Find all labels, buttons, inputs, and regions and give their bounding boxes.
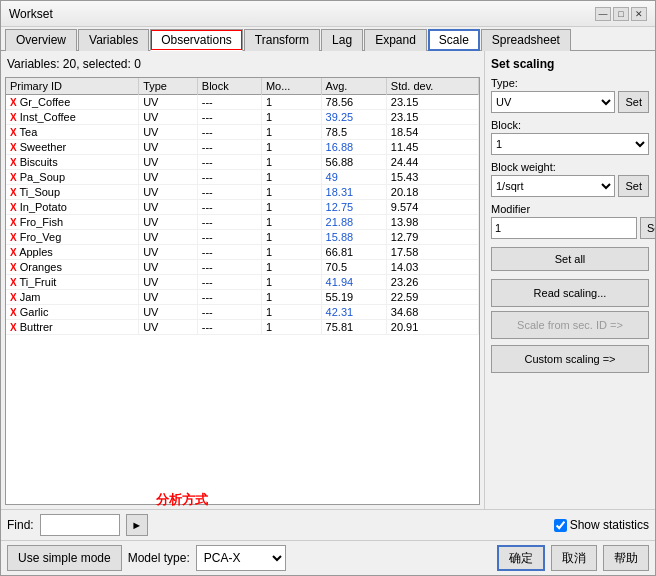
tab-observations[interactable]: Observations [150, 29, 243, 51]
set-block-button[interactable]: Set [618, 175, 649, 197]
cell-std: 15.43 [386, 170, 478, 185]
table-row[interactable]: X Ti_Fruit UV --- 1 41.94 23.26 [6, 275, 479, 290]
cell-id: X Buttrer [6, 320, 139, 335]
cell-avg: 18.31 [321, 185, 386, 200]
cell-mo: 1 [261, 140, 321, 155]
table-row[interactable]: X Tea UV --- 1 78.5 18.54 [6, 125, 479, 140]
tab-spreadsheet[interactable]: Spreadsheet [481, 29, 571, 51]
cell-type: UV [139, 200, 198, 215]
tab-lag[interactable]: Lag [321, 29, 363, 51]
title-bar: Workset — □ ✕ [1, 1, 655, 27]
tab-expand[interactable]: Expand [364, 29, 427, 51]
scale-from-button[interactable]: Scale from sec. ID => [491, 311, 649, 339]
cell-block: --- [197, 140, 261, 155]
set-modifier-button[interactable]: Set [640, 217, 655, 239]
cell-id-value: Tea [20, 126, 38, 138]
cell-id: X Ti_Fruit [6, 275, 139, 290]
table-row[interactable]: X Pa_Soup UV --- 1 49 15.43 [6, 170, 479, 185]
cell-std: 9.574 [386, 200, 478, 215]
cell-type: UV [139, 260, 198, 275]
modifier-control: Set [491, 217, 649, 239]
cell-avg: 78.5 [321, 125, 386, 140]
cell-std: 12.79 [386, 230, 478, 245]
table-row[interactable]: X Garlic UV --- 1 42.31 34.68 [6, 305, 479, 320]
show-statistics-checkbox-label[interactable]: Show statistics [554, 518, 649, 532]
help-button[interactable]: 帮助 [603, 545, 649, 571]
cell-id: X Inst_Coffee [6, 110, 139, 125]
find-input[interactable] [40, 514, 120, 536]
tab-scale[interactable]: Scale [428, 29, 480, 51]
set-type-button[interactable]: Set [618, 91, 649, 113]
confirm-button[interactable]: 确定 [497, 545, 545, 571]
table-row[interactable]: X Buttrer UV --- 1 75.81 20.91 [6, 320, 479, 335]
row-marker: X [10, 232, 17, 243]
table-row[interactable]: X Fro_Fish UV --- 1 21.88 13.98 [6, 215, 479, 230]
cell-type: UV [139, 170, 198, 185]
tab-transform[interactable]: Transform [244, 29, 320, 51]
tab-variables[interactable]: Variables [78, 29, 149, 51]
cell-std: 11.45 [386, 140, 478, 155]
maximize-button[interactable]: □ [613, 7, 629, 21]
cell-block: --- [197, 245, 261, 260]
table-container[interactable]: Primary ID Type Block Mo... Avg. Std. de… [5, 77, 480, 505]
cell-std: 20.91 [386, 320, 478, 335]
row-marker: X [10, 247, 17, 258]
cell-avg: 16.88 [321, 140, 386, 155]
table-row[interactable]: X Apples UV --- 1 66.81 17.58 [6, 245, 479, 260]
row-marker: X [10, 277, 17, 288]
cell-id-value: Biscuits [20, 156, 58, 168]
close-button[interactable]: ✕ [631, 7, 647, 21]
type-select[interactable]: UV MC Par None [491, 91, 615, 113]
minimize-button[interactable]: — [595, 7, 611, 21]
cell-id: X Tea [6, 125, 139, 140]
row-marker: X [10, 262, 17, 273]
row-marker: X [10, 127, 17, 138]
table-row[interactable]: X Fro_Veg UV --- 1 15.88 12.79 [6, 230, 479, 245]
cell-id: X Apples [6, 245, 139, 260]
right-panel: 缩放方式 Set scaling Type: UV MC Par None Se… [485, 51, 655, 509]
modifier-input[interactable] [491, 217, 637, 239]
find-arrow-button[interactable]: ► [126, 514, 148, 536]
col-header-std: Std. dev. [386, 78, 478, 95]
row-marker: X [10, 172, 17, 183]
cell-type: UV [139, 245, 198, 260]
cancel-button[interactable]: 取消 [551, 545, 597, 571]
cell-type: UV [139, 155, 198, 170]
table-row[interactable]: X Ti_Soup UV --- 1 18.31 20.18 [6, 185, 479, 200]
cell-block: --- [197, 215, 261, 230]
cell-block: --- [197, 290, 261, 305]
cell-type: UV [139, 290, 198, 305]
table-row[interactable]: X Biscuits UV --- 1 56.88 24.44 [6, 155, 479, 170]
custom-scaling-button[interactable]: Custom scaling => [491, 345, 649, 373]
set-all-button[interactable]: Set all [491, 247, 649, 271]
cell-block: --- [197, 110, 261, 125]
cell-block: --- [197, 185, 261, 200]
cell-block: --- [197, 170, 261, 185]
table-body: X Gr_Coffee UV --- 1 78.56 23.15 X Inst_… [6, 95, 479, 335]
table-row[interactable]: X Oranges UV --- 1 70.5 14.03 [6, 260, 479, 275]
simple-mode-button[interactable]: Use simple mode [7, 545, 122, 571]
model-type-label: Model type: [128, 551, 190, 565]
block-weight-select[interactable]: 1/sqrt 1/n 1 [491, 175, 615, 197]
col-header-id: Primary ID [6, 78, 139, 95]
cell-id-value: Garlic [20, 306, 49, 318]
table-wrapper: Primary ID Type Block Mo... Avg. Std. de… [5, 77, 480, 505]
table-row[interactable]: X Inst_Coffee UV --- 1 39.25 23.15 [6, 110, 479, 125]
block-select[interactable]: 1 2 3 [491, 133, 649, 155]
table-row[interactable]: X Sweether UV --- 1 16.88 11.45 [6, 140, 479, 155]
tab-overview[interactable]: Overview [5, 29, 77, 51]
cell-id: X Pa_Soup [6, 170, 139, 185]
model-type-select[interactable]: PCA-X PCA-Y PLS [196, 545, 286, 571]
cell-id-value: Pa_Soup [20, 171, 65, 183]
cell-mo: 1 [261, 125, 321, 140]
table-row[interactable]: X Jam UV --- 1 55.19 22.59 [6, 290, 479, 305]
cell-mo: 1 [261, 245, 321, 260]
read-scaling-button[interactable]: Read scaling... [491, 279, 649, 307]
cell-std: 23.15 [386, 110, 478, 125]
cell-std: 17.58 [386, 245, 478, 260]
table-row[interactable]: X Gr_Coffee UV --- 1 78.56 23.15 [6, 95, 479, 110]
show-statistics-checkbox[interactable] [554, 519, 567, 532]
cell-id: X Fro_Veg [6, 230, 139, 245]
cell-id-value: Buttrer [20, 321, 53, 333]
table-row[interactable]: X In_Potato UV --- 1 12.75 9.574 [6, 200, 479, 215]
